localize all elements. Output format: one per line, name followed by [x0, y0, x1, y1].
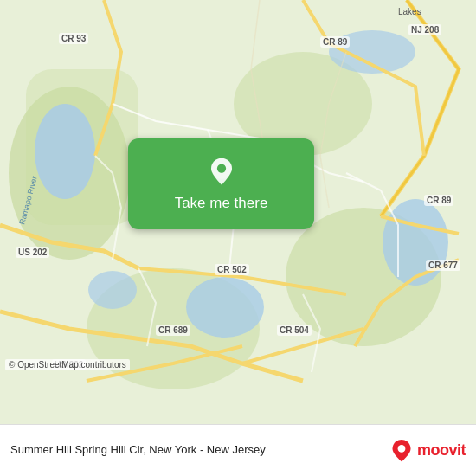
take-me-there-button[interactable]: Take me there [128, 138, 314, 229]
road-label-cr504: CR 504 [277, 325, 312, 336]
lakes-label: Lakes [398, 7, 421, 16]
svg-point-13 [216, 164, 225, 172]
road-label-cr93: CR 93 [59, 33, 88, 44]
road-label-cr502: CR 502 [215, 264, 249, 275]
location-text: Summer Hill Spring Hill Cir, New York - … [10, 443, 381, 458]
svg-point-14 [398, 445, 406, 453]
moovit-pin-icon [389, 439, 414, 463]
moovit-logo: moovit [389, 439, 466, 463]
road-label-cr89-top: CR 89 [320, 36, 350, 48]
moovit-brand-text: moovit [417, 441, 466, 460]
map-pin-icon [206, 157, 237, 188]
road-label-nj208: NJ 208 [408, 24, 441, 35]
map-container: Ramapo River CR 93 CR 89 [0, 0, 476, 424]
road-label-us202-left: US 202 [16, 247, 49, 258]
take-me-there-label: Take me there [175, 195, 268, 212]
svg-point-6 [35, 104, 95, 199]
road-label-cr677: CR 677 [426, 260, 460, 271]
road-label-cr689: CR 689 [156, 325, 190, 336]
road-label-cr89-right: CR 89 [424, 195, 453, 206]
svg-point-7 [186, 277, 264, 338]
svg-point-10 [88, 271, 137, 309]
copyright-text: © OpenStreetMap contributors [5, 359, 130, 370]
bottom-bar: Summer Hill Spring Hill Cir, New York - … [0, 424, 476, 476]
